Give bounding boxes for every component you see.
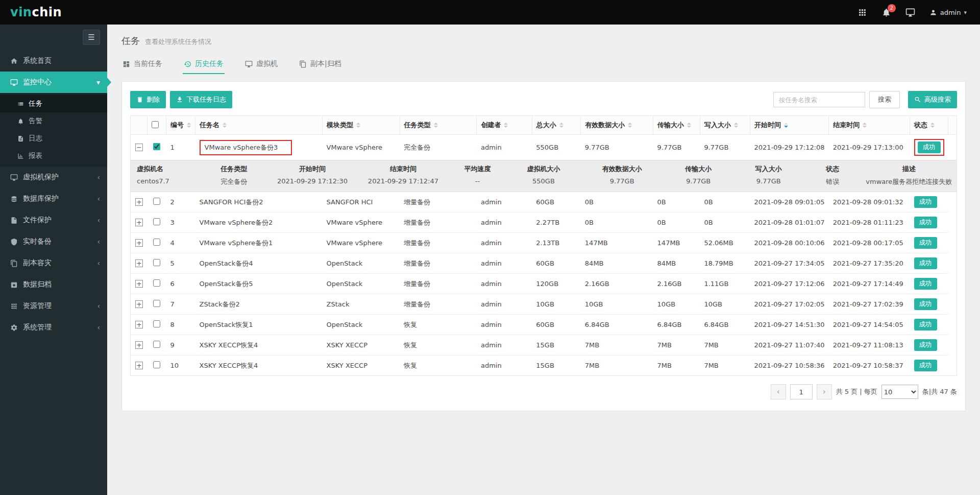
detail-header: 开始时间 [267,164,358,174]
column-header-状态[interactable]: 状态 [910,116,948,135]
tab-1[interactable]: 历史任务 [183,56,225,74]
task-type: 增量备份 [400,274,477,294]
next-page-button[interactable]: › [817,384,832,399]
row-checkbox[interactable] [153,143,160,150]
sidebar-item-monitor-center[interactable]: 监控中心▾ [0,72,107,93]
sidebar-subitem-任务[interactable]: 任务 [0,95,107,112]
tab-3[interactable]: 副本|归档 [298,56,342,74]
collapse-row-button[interactable]: − [135,144,143,151]
sidebar-subitem-label: 日志 [29,134,42,143]
sort-icons[interactable] [784,123,788,128]
transfer-size: 7MB [653,356,700,376]
per-page-select[interactable]: 10 [881,385,918,399]
expand-row-button[interactable]: + [135,280,143,288]
sidebar-item-resource-mgmt[interactable]: 资源管理‹ [0,295,107,317]
page-number-input[interactable] [790,384,813,399]
advanced-search-button[interactable]: 高级搜索 [908,91,957,108]
sidebar-item-file-protection[interactable]: 文件保护‹ [0,209,107,231]
sort-icons[interactable] [863,123,867,128]
sidebar-item-system-mgmt[interactable]: 系统管理‹ [0,317,107,338]
expand-row-button[interactable]: + [135,198,143,206]
row-checkbox[interactable] [153,361,160,368]
tab-2[interactable]: 虚拟机 [244,56,279,74]
row-checkbox[interactable] [153,239,160,246]
sidebar-subitem-日志[interactable]: 日志 [0,130,107,147]
sidebar-item-realtime-backup[interactable]: 实时备份‹ [0,231,107,252]
chevron-left-icon: ‹ [97,323,100,332]
sort-icons[interactable] [434,123,438,128]
search-button[interactable]: 搜索 [869,91,900,108]
sidebar-subitem-告警[interactable]: 告警 [0,112,107,130]
column-header-编号[interactable]: 编号 [166,116,195,135]
creator: admin [477,356,532,376]
notifications-bell-icon[interactable]: 2 [881,8,891,17]
expand-row-button[interactable]: + [135,300,143,308]
expand-row-button[interactable]: + [135,362,143,369]
sort-icons[interactable] [559,123,564,128]
column-header-开始时间[interactable]: 开始时间 [750,116,829,135]
column-header-任务名[interactable]: 任务名 [195,116,323,135]
sidebar-subitem-报表[interactable]: 报表 [0,147,107,164]
expand-row-button[interactable]: + [135,341,143,349]
sidebar-item-replica-dr[interactable]: 副本容灾‹ [0,252,107,274]
task-name: OpenStack备份4 [200,260,253,267]
sort-icons[interactable] [356,123,360,128]
sort-icons[interactable] [930,123,935,128]
delete-button[interactable]: 删除 [130,91,166,108]
column-header-任务类型[interactable]: 任务类型 [400,116,477,135]
column-header-写入大小[interactable]: 写入大小 [700,116,750,135]
sort-icons[interactable] [734,123,738,128]
search-area: 搜索 高级搜索 [773,91,957,108]
column-header-结束时间[interactable]: 结束时间 [829,116,910,135]
row-checkbox[interactable] [153,320,160,327]
table-row: + 2 SANGFOR HCI备份2 SANGFOR HCI 增量备份 admi… [131,192,957,213]
hamburger-menu-icon[interactable]: ☰ [83,30,100,45]
detail-col-结束时间: 结束时间 2021-09-29 17:12:47 [358,164,449,186]
spacer-column-header [948,116,957,135]
history-icon [184,60,191,68]
column-header-传输大小[interactable]: 传输大小 [653,116,700,135]
vinchin-logo: vinchin [0,5,107,19]
row-checkbox[interactable] [153,341,160,348]
expand-row-button[interactable]: + [135,321,143,328]
vm-icon [10,174,18,181]
valid-data-size: 2.16GB [581,274,653,294]
console-monitor-icon[interactable] [905,8,915,17]
tab-0[interactable]: 当前任务 [121,56,163,74]
user-menu[interactable]: admin ▾ [929,9,967,16]
select-all-checkbox[interactable] [152,121,159,128]
sort-icons[interactable] [628,123,632,128]
sidebar-item-home[interactable]: 系统首页 [0,50,107,72]
prev-page-button[interactable]: ‹ [771,384,786,399]
download-task-log-button[interactable]: 下载任务日志 [170,91,232,108]
column-header-模块类型[interactable]: 模块类型 [323,116,400,135]
start-time: 2021-09-27 10:58:36 [750,356,829,376]
column-header-有效数据大小[interactable]: 有效数据大小 [581,116,653,135]
sidebar-item-data-archive[interactable]: 数据归档 [0,274,107,295]
sort-icons[interactable] [687,123,691,128]
expand-row-button[interactable]: + [135,260,143,267]
apps-grid-icon[interactable] [857,8,867,17]
column-header-创建者[interactable]: 创建者 [477,116,532,135]
detail-value: 9.77GB [733,177,804,185]
row-checkbox[interactable] [153,218,160,225]
row-checkbox[interactable] [153,259,160,266]
start-time: 2021-09-28 09:01:05 [750,192,829,213]
sort-icons[interactable] [187,123,191,128]
sidebar-item-vm-protection[interactable]: 虚拟机保护‹ [0,167,107,188]
row-checkbox[interactable] [153,279,160,287]
row-checkbox[interactable] [153,300,160,307]
expand-row-button[interactable]: + [135,239,143,247]
transfer-size: 10GB [653,294,700,315]
column-header-总大小[interactable]: 总大小 [532,116,581,135]
end-time: 2021-09-28 01:11:23 [829,213,910,233]
task-search-input[interactable] [773,92,865,107]
sidebar-item-db-protection[interactable]: 数据库保护‹ [0,188,107,209]
row-checkbox[interactable] [153,198,160,205]
expand-row-button[interactable]: + [135,219,143,226]
detail-col-状态: 状态 错误 [804,164,862,186]
history-tasks-table: 编号任务名模块类型任务类型创建者总大小有效数据大小传输大小写入大小开始时间结束时… [130,115,957,376]
detail-header: 描述 [862,164,957,174]
sort-icons[interactable] [504,123,508,128]
sort-icons[interactable] [223,123,227,128]
